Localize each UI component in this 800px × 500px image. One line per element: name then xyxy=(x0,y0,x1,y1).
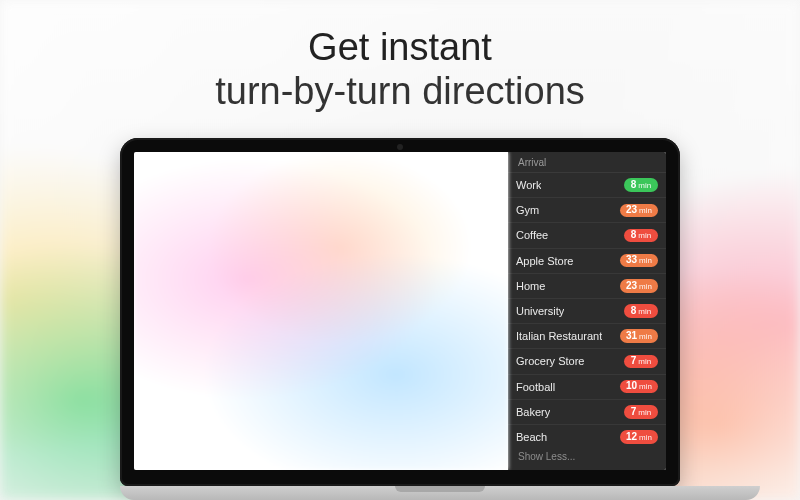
headline-line-1: Get instant xyxy=(0,26,800,70)
eta-minutes: 8 xyxy=(631,306,637,316)
eta-minutes: 23 xyxy=(626,281,637,291)
eta-unit: min xyxy=(639,207,652,215)
eta-badge: 12min xyxy=(620,430,658,444)
destination-label: Coffee xyxy=(516,229,548,241)
destination-row[interactable]: Bakery7min xyxy=(508,400,666,425)
eta-badge: 33min xyxy=(620,254,658,268)
eta-badge: 8min xyxy=(624,229,658,243)
eta-minutes: 8 xyxy=(631,230,637,240)
app-screen: Arrival Work8minGym23minCoffee8minApple … xyxy=(134,152,666,470)
eta-unit: min xyxy=(639,383,652,391)
eta-minutes: 33 xyxy=(626,255,637,265)
destination-label: Beach xyxy=(516,431,547,443)
trackpad-notch xyxy=(395,486,485,492)
destination-label: University xyxy=(516,305,564,317)
destination-row[interactable]: Work8min xyxy=(508,173,666,198)
eta-unit: min xyxy=(638,182,651,190)
eta-minutes: 8 xyxy=(631,180,637,190)
eta-unit: min xyxy=(639,333,652,341)
eta-minutes: 23 xyxy=(626,205,637,215)
sidebar-header: Arrival xyxy=(508,152,666,173)
eta-badge: 8min xyxy=(624,178,658,192)
eta-unit: min xyxy=(638,232,651,240)
eta-badge: 10min xyxy=(620,380,658,394)
camera-icon xyxy=(397,144,403,150)
eta-minutes: 31 xyxy=(626,331,637,341)
eta-minutes: 10 xyxy=(626,381,637,391)
destination-row[interactable]: Italian Restaurant31min xyxy=(508,324,666,349)
eta-badge: 7min xyxy=(624,405,658,419)
laptop-mockup: Arrival Work8minGym23minCoffee8minApple … xyxy=(120,138,680,500)
destination-row[interactable]: Coffee8min xyxy=(508,223,666,248)
destination-label: Home xyxy=(516,280,545,292)
eta-unit: min xyxy=(639,257,652,265)
map-canvas[interactable] xyxy=(134,152,508,470)
laptop-lid: Arrival Work8minGym23minCoffee8minApple … xyxy=(120,138,680,486)
eta-unit: min xyxy=(639,283,652,291)
destination-label: Bakery xyxy=(516,406,550,418)
destination-list: Work8minGym23minCoffee8minApple Store33m… xyxy=(508,173,666,445)
destination-label: Gym xyxy=(516,204,539,216)
eta-unit: min xyxy=(639,434,652,442)
eta-unit: min xyxy=(638,409,651,417)
eta-badge: 23min xyxy=(620,279,658,293)
destination-row[interactable]: Beach12min xyxy=(508,425,666,445)
destination-label: Apple Store xyxy=(516,255,573,267)
destination-row[interactable]: Football10min xyxy=(508,375,666,400)
eta-badge: 7min xyxy=(624,355,658,369)
destination-label: Football xyxy=(516,381,555,393)
eta-badge: 8min xyxy=(624,304,658,318)
eta-minutes: 7 xyxy=(631,356,637,366)
arrival-sidebar: Arrival Work8minGym23minCoffee8minApple … xyxy=(508,152,666,470)
destination-row[interactable]: Home23min xyxy=(508,274,666,299)
eta-minutes: 12 xyxy=(626,432,637,442)
eta-badge: 23min xyxy=(620,204,658,218)
destination-label: Grocery Store xyxy=(516,355,584,367)
headline-line-2: turn-by-turn directions xyxy=(0,70,800,114)
marketing-headline: Get instant turn-by-turn directions xyxy=(0,26,800,113)
destination-label: Work xyxy=(516,179,541,191)
eta-unit: min xyxy=(638,308,651,316)
show-less-button[interactable]: Show Less... xyxy=(508,445,666,470)
eta-unit: min xyxy=(638,358,651,366)
destination-row[interactable]: Grocery Store7min xyxy=(508,349,666,374)
eta-badge: 31min xyxy=(620,329,658,343)
destination-row[interactable]: Apple Store33min xyxy=(508,249,666,274)
eta-minutes: 7 xyxy=(631,407,637,417)
laptop-base xyxy=(120,486,760,500)
destination-row[interactable]: Gym23min xyxy=(508,198,666,223)
destination-row[interactable]: University8min xyxy=(508,299,666,324)
destination-label: Italian Restaurant xyxy=(516,330,602,342)
